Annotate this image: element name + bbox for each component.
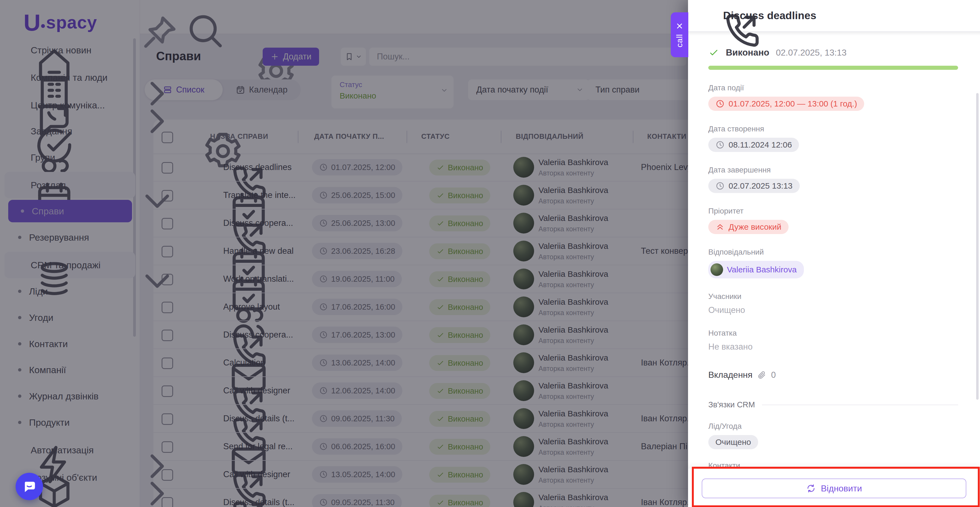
participants-label: Учасники xyxy=(708,292,958,301)
panel-title: Discuss deadlines xyxy=(723,10,816,22)
completed-date-pill: 02.07.2025 13:13 xyxy=(708,179,800,193)
completed-date-label: Дата завершення xyxy=(708,165,958,174)
check-icon xyxy=(708,47,719,58)
clock-icon xyxy=(716,181,725,191)
completion-status: Виконано 02.07.2025, 13:13 xyxy=(708,47,958,58)
event-date-label: Дата події xyxy=(708,84,958,92)
lead-deal-pill: Очищено xyxy=(708,435,758,449)
call-widget-tab[interactable]: call xyxy=(671,12,688,57)
panel-body: Виконано 02.07.2025, 13:13 Дата події 01… xyxy=(688,32,980,469)
call-tab-label: call xyxy=(675,34,684,48)
outgoing-call-icon xyxy=(701,9,714,22)
participants-value: Очищено xyxy=(708,305,958,315)
clock-icon xyxy=(716,99,725,108)
contacts-label: Контакти xyxy=(708,461,958,469)
event-date-pill[interactable]: 01.07.2025, 12:00 — 13:00 (1 год.) xyxy=(708,97,864,111)
activity-detail-panel: Discuss deadlines Виконано 02.07.2025, 1… xyxy=(688,0,980,507)
panel-header: Discuss deadlines xyxy=(688,0,980,32)
clock-icon xyxy=(716,140,725,149)
note-label: Нотатка xyxy=(708,329,958,337)
priority-pill[interactable]: Дуже високий xyxy=(708,220,789,234)
attachments-count: 0 xyxy=(771,370,776,380)
note-value: Не вказано xyxy=(708,342,958,352)
status-label: Виконано xyxy=(726,48,769,58)
created-date-pill: 08.11.2024 12:06 xyxy=(708,138,799,152)
crm-links-section: Зв'язки CRM xyxy=(708,400,958,409)
chat-bubble-icon xyxy=(22,479,37,494)
paperclip-icon xyxy=(757,371,766,380)
status-datetime: 02.07.2025, 13:13 xyxy=(776,48,846,58)
panel-footer: Відновити xyxy=(688,469,980,507)
owner-label: Відповідальний xyxy=(708,248,958,256)
panel-scrollbar[interactable] xyxy=(976,93,978,400)
close-icon[interactable] xyxy=(675,22,684,30)
double-chevron-up-icon xyxy=(716,222,725,232)
avatar xyxy=(711,263,723,276)
restore-button[interactable]: Відновити xyxy=(702,478,966,498)
lead-deal-label: Лід/Угода xyxy=(708,422,958,431)
progress-bar xyxy=(708,66,958,70)
owner-pill[interactable]: Valeriia Bashkirova xyxy=(708,261,804,278)
created-date-label: Дата створення xyxy=(708,124,958,134)
kebab-menu-icon[interactable] xyxy=(961,9,973,21)
chat-fab-button[interactable] xyxy=(16,473,43,500)
attachments-row[interactable]: Вкладення 0 xyxy=(708,370,958,380)
priority-label: Пріоритет xyxy=(708,207,958,215)
refresh-icon xyxy=(806,483,816,493)
